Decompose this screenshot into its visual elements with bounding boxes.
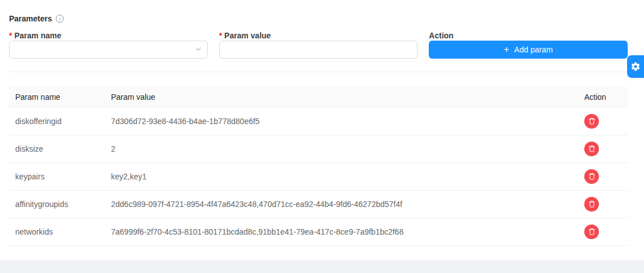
param-value-label: * Param value bbox=[219, 30, 418, 41]
parameters-section-header: Parameters i bbox=[9, 14, 64, 23]
param-name-select[interactable] bbox=[9, 41, 208, 59]
page-title: Parameters bbox=[9, 14, 52, 23]
table-header-row: Param name Param value Action bbox=[9, 87, 628, 107]
param-table-body: diskofferingid 7d306d72-93e8-4436-b4ae-1… bbox=[9, 107, 628, 245]
table-row: affinitygroupids 2dd6c989-097f-4721-8954… bbox=[9, 190, 628, 218]
add-param-button-label: Add param bbox=[514, 45, 553, 54]
param-name-cell: keypairs bbox=[9, 162, 105, 190]
parameters-page: Parameters i * Param name * Param value bbox=[0, 0, 644, 273]
param-name-select-input[interactable] bbox=[9, 41, 208, 59]
header-action: Action bbox=[578, 87, 628, 107]
add-param-form: * Param name * Param value Action bbox=[9, 30, 628, 59]
param-value-cell: 2 bbox=[105, 135, 578, 162]
param-name-cell: networkids bbox=[9, 218, 105, 245]
param-value-field: * Param value bbox=[219, 30, 418, 59]
add-param-button[interactable]: + Add param bbox=[429, 41, 628, 59]
delete-param-button[interactable] bbox=[584, 197, 599, 212]
header-param-value: Param value bbox=[105, 87, 578, 107]
table-row: diskofferingid 7d306d72-93e8-4436-b4ae-1… bbox=[9, 107, 628, 135]
table-row: disksize 2 bbox=[9, 135, 628, 162]
info-circle-icon[interactable]: i bbox=[56, 15, 64, 23]
param-value-input[interactable] bbox=[219, 41, 418, 59]
settings-drawer-toggle[interactable] bbox=[627, 55, 644, 78]
trash-icon bbox=[588, 117, 596, 125]
section-divider bbox=[9, 72, 644, 72]
table-row: networkids 7a6999f6-2f70-4c53-8101-80171… bbox=[9, 218, 628, 245]
delete-param-button[interactable] bbox=[584, 169, 599, 184]
required-asterisk: * bbox=[9, 31, 12, 40]
header-param-name: Param name bbox=[9, 87, 105, 107]
param-name-cell: affinitygroupids bbox=[9, 190, 105, 218]
param-value-cell: 2dd6c989-097f-4721-8954-4f47a6423c48,470… bbox=[105, 190, 578, 218]
gear-icon bbox=[630, 61, 641, 72]
trash-icon bbox=[588, 200, 596, 208]
trash-icon bbox=[588, 145, 596, 152]
delete-param-button[interactable] bbox=[584, 142, 599, 156]
page-footer-strip bbox=[0, 260, 644, 273]
action-field: Action + Add param bbox=[429, 30, 628, 59]
param-name-field: * Param name bbox=[9, 30, 208, 59]
delete-param-button[interactable] bbox=[584, 114, 599, 129]
required-asterisk: * bbox=[219, 31, 222, 40]
action-label: Action bbox=[429, 30, 628, 41]
param-value-cell: 7a6999f6-2f70-4c53-8101-80171bcdad8c,91b… bbox=[105, 218, 578, 245]
param-name-cell: disksize bbox=[9, 135, 105, 162]
table-row: keypairs key2,key1 bbox=[9, 162, 628, 190]
delete-param-button[interactable] bbox=[584, 224, 599, 239]
params-table: Param name Param value Action diskofferi… bbox=[9, 87, 628, 246]
param-name-cell: diskofferingid bbox=[9, 107, 105, 135]
trash-icon bbox=[588, 228, 596, 235]
trash-icon bbox=[588, 173, 596, 180]
param-name-label: * Param name bbox=[9, 30, 208, 41]
param-value-cell: 7d306d72-93e8-4436-b4ae-1b778d80e6f5 bbox=[105, 107, 578, 135]
plus-icon: + bbox=[504, 45, 509, 54]
param-value-cell: key2,key1 bbox=[105, 162, 578, 190]
